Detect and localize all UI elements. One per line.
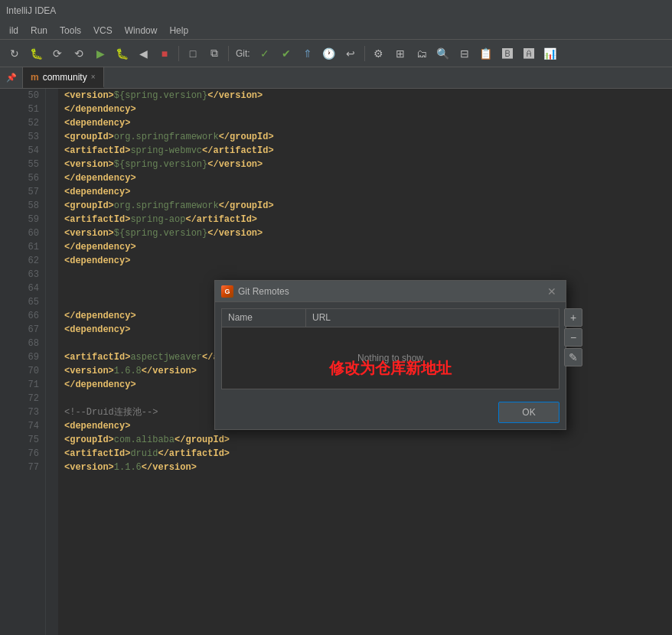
btn13[interactable]: 📋: [476, 44, 496, 64]
btn15[interactable]: 🅰: [519, 44, 539, 64]
editor-area: 5051525354555657585960616263646566676869…: [0, 89, 672, 635]
btn6[interactable]: 🐛: [112, 44, 132, 64]
sep1: [178, 46, 179, 61]
remove-remote-btn[interactable]: −: [564, 328, 582, 347]
refresh-btn[interactable]: ↻: [5, 44, 24, 64]
menu-ild[interactable]: ild: [3, 24, 24, 37]
col-url-header: URL: [306, 309, 559, 327]
btn3[interactable]: ⟳: [47, 44, 67, 64]
dialog-title-text: Git Remotes: [238, 286, 289, 297]
table-body: Nothing to show 修改为仓库新地址: [222, 327, 559, 389]
app-title: IntelliJ IDEA: [6, 5, 56, 16]
sep3: [364, 46, 365, 61]
col-name-header: Name: [222, 309, 306, 327]
menu-vcs[interactable]: VCS: [87, 24, 119, 37]
git-history[interactable]: 🕐: [319, 44, 339, 64]
settings-btn[interactable]: ⚙: [369, 44, 389, 64]
run-btn[interactable]: ▶: [90, 44, 110, 64]
git-label: Git:: [236, 48, 250, 59]
stop-btn[interactable]: ■: [155, 44, 175, 64]
btn16[interactable]: 📊: [540, 44, 560, 64]
dialog-footer: OK: [215, 396, 566, 429]
dialog-title-content: G Git Remotes: [221, 285, 289, 298]
search-btn[interactable]: 🔍: [433, 44, 453, 64]
edit-remote-btn[interactable]: ✎: [564, 348, 582, 366]
table-wrapper: Name URL Nothing to show 修改为仓库新地址 + −: [221, 308, 559, 389]
add-remote-btn[interactable]: +: [564, 308, 582, 327]
git-revert[interactable]: ↩: [341, 44, 360, 64]
pin-icon: 📌: [6, 73, 17, 83]
btn4[interactable]: ⟲: [69, 44, 89, 64]
tab-name: community: [43, 72, 87, 83]
menu-window[interactable]: Window: [119, 24, 164, 37]
ok-button[interactable]: OK: [498, 402, 559, 423]
git-remotes-dialog: G Git Remotes ✕ Name URL: [214, 280, 566, 430]
git-check[interactable]: ✓: [255, 44, 275, 64]
menu-run[interactable]: Run: [24, 24, 54, 37]
dialog-title-bar: G Git Remotes ✕: [215, 281, 566, 302]
btn11[interactable]: 🗂: [412, 44, 432, 64]
git-check2[interactable]: ✔: [276, 44, 296, 64]
dialog-close-btn[interactable]: ✕: [544, 284, 559, 299]
btn7[interactable]: ◀: [133, 44, 153, 64]
btn8[interactable]: □: [183, 44, 203, 64]
sep2: [228, 46, 229, 61]
dialog-body: Name URL Nothing to show 修改为仓库新地址 + −: [215, 302, 566, 396]
menu-help[interactable]: Help: [163, 24, 194, 37]
menu-bar: ild Run Tools VCS Window Help: [0, 21, 672, 40]
toolbar: ↻ 🐛 ⟳ ⟲ ▶ 🐛 ◀ ■ □ ⧉ Git: ✓ ✔ ⇑ 🕐 ↩ ⚙ ⊞ 🗂…: [0, 40, 672, 67]
dialog-git-icon: G: [221, 285, 233, 298]
btn9[interactable]: ⧉: [204, 44, 224, 64]
btn10[interactable]: ⊞: [390, 44, 410, 64]
tab-community[interactable]: m community ×: [23, 67, 104, 88]
git-push[interactable]: ⇑: [298, 44, 318, 64]
title-bar: IntelliJ IDEA: [0, 0, 672, 21]
annotation-text: 修改为仓库新地址: [329, 358, 452, 379]
btn12[interactable]: ⊟: [455, 44, 475, 64]
git-remotes-table: Name URL Nothing to show 修改为仓库新地址: [221, 308, 559, 389]
btn14[interactable]: 🅱: [497, 44, 517, 64]
menu-tools[interactable]: Tools: [54, 24, 87, 37]
debug-btn[interactable]: 🐛: [26, 44, 46, 64]
table-header: Name URL: [222, 309, 559, 327]
side-buttons: + − ✎: [564, 308, 582, 366]
tab-pin-area: 📌: [0, 67, 23, 88]
tab-bar: 📌 m community ×: [0, 67, 672, 89]
tab-m-icon: m: [31, 72, 39, 83]
tab-close-btn[interactable]: ×: [91, 73, 96, 81]
dialog-overlay: G Git Remotes ✕ Name URL: [0, 89, 672, 635]
